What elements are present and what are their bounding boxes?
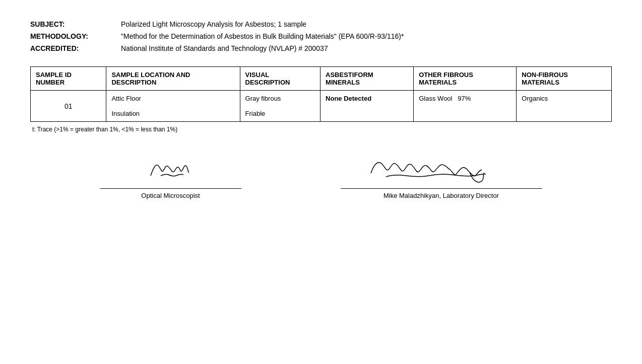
header-section: SUBJECT: Polarized Light Microscopy Anal…: [30, 20, 612, 52]
asbestiform-cell: None Detected: [320, 91, 414, 122]
sample-id-cell: 01: [31, 91, 106, 122]
left-signature-image: [100, 148, 241, 183]
signatures-section: Optical Microscopist Mike Maladzhikyan, …: [30, 148, 612, 199]
visual-cell: Gray fibrous Friable: [240, 91, 320, 122]
analysis-table: SAMPLE ID NUMBER SAMPLE LOCATION AND DES…: [30, 66, 612, 122]
left-signature-svg: [120, 151, 221, 183]
right-signature-image: [341, 148, 542, 183]
subject-value: Polarized Light Microscopy Analysis for …: [121, 20, 612, 28]
non-fibrous-cell: Organics: [517, 91, 612, 122]
table-header-row: SAMPLE ID NUMBER SAMPLE LOCATION AND DES…: [31, 67, 612, 91]
left-signature-block: Optical Microscopist: [100, 148, 241, 199]
col-header-sample-id: SAMPLE ID NUMBER: [31, 67, 106, 91]
location-bottom: Insulation: [111, 110, 140, 117]
col-header-other-fibrous: OTHER FIBROUS MATERIALS: [414, 67, 517, 91]
table-row: 01 Attic Floor Insulation Gray fibrous F…: [31, 91, 612, 122]
accredited-label: ACCREDITED:: [30, 44, 121, 52]
col-header-non-fibrous: NON-FIBROUS MATERIALS: [517, 67, 612, 91]
left-signature-title: Optical Microscopist: [141, 192, 200, 199]
right-signature-svg: [346, 151, 537, 183]
methodology-label: METHODOLOGY:: [30, 32, 121, 40]
methodology-row: METHODOLOGY: "Method for the Determinati…: [30, 32, 612, 40]
methodology-value: "Method for the Determination of Asbesto…: [121, 32, 612, 40]
other-fibrous-cell: Glass Wool 97%: [414, 91, 517, 122]
subject-row: SUBJECT: Polarized Light Microscopy Anal…: [30, 20, 612, 28]
subject-label: SUBJECT:: [30, 20, 121, 28]
right-signature-title: Mike Maladzhikyan, Laboratory Director: [383, 192, 499, 199]
trace-note: t: Trace (>1% = greater than 1%, <1% = l…: [30, 126, 612, 133]
right-signature-line: Mike Maladzhikyan, Laboratory Director: [341, 188, 542, 199]
location-top: Attic Floor: [111, 95, 141, 102]
col-header-location: SAMPLE LOCATION AND DESCRIPTION: [106, 67, 240, 91]
col-header-visual: VISUAL DESCRIPTION: [240, 67, 320, 91]
right-signature-block: Mike Maladzhikyan, Laboratory Director: [341, 148, 542, 199]
accredited-value: National Institute of Standards and Tech…: [121, 44, 612, 52]
left-signature-line: Optical Microscopist: [100, 188, 241, 199]
location-cell: Attic Floor Insulation: [106, 91, 240, 122]
visual-top: Gray fibrous: [245, 95, 281, 102]
visual-bottom: Friable: [245, 110, 266, 117]
col-header-asbestiform: ASBESTIFORM MINERALS: [320, 67, 414, 91]
accredited-row: ACCREDITED: National Institute of Standa…: [30, 44, 612, 52]
